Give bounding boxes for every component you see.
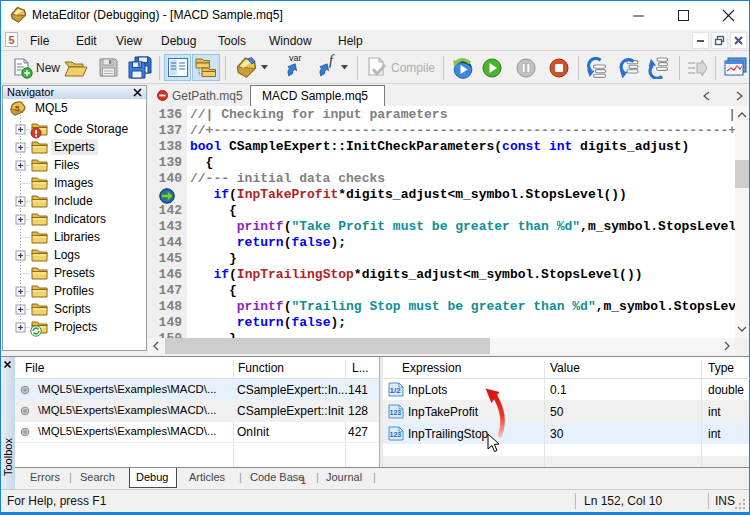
svg-text:123: 123 bbox=[390, 409, 402, 416]
svg-text:5: 5 bbox=[15, 104, 20, 113]
svg-text:123: 123 bbox=[390, 431, 402, 438]
svg-text:1/2: 1/2 bbox=[390, 386, 402, 395]
